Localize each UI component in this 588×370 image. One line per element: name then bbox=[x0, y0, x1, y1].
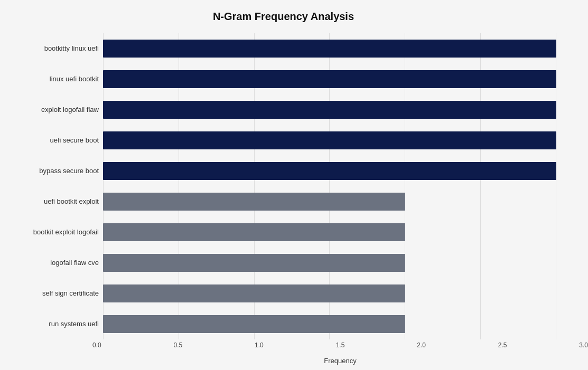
x-tick-label: 0.0 bbox=[92, 341, 101, 349]
bar bbox=[103, 254, 405, 272]
y-axis-label: bootkitty linux uefi bbox=[11, 44, 99, 53]
chart-container: N-Gram Frequency Analysis bootkitty linu… bbox=[0, 0, 588, 370]
bar bbox=[103, 131, 556, 149]
bar bbox=[103, 70, 556, 88]
x-tick-label: 2.5 bbox=[498, 341, 507, 349]
x-tick-label: 2.0 bbox=[417, 341, 426, 349]
bar-row bbox=[103, 100, 556, 120]
bar bbox=[103, 101, 556, 119]
x-tick-label: 1.5 bbox=[336, 341, 345, 349]
y-axis-label: bootkit exploit logofail bbox=[11, 228, 99, 236]
bar-row bbox=[103, 39, 556, 59]
bar bbox=[103, 40, 556, 58]
y-axis-label: self sign certificate bbox=[11, 289, 99, 298]
chart-title: N-Gram Frequency Analysis bbox=[11, 11, 556, 23]
bar-row bbox=[103, 253, 556, 273]
bar-row bbox=[103, 161, 556, 181]
bar bbox=[103, 193, 405, 211]
bar-row bbox=[103, 192, 556, 212]
x-tick-label: 0.5 bbox=[174, 341, 183, 349]
bar bbox=[103, 315, 405, 333]
y-axis-label: exploit logofail flaw bbox=[11, 106, 99, 114]
bar bbox=[103, 162, 556, 180]
bar-row bbox=[103, 130, 556, 150]
bar bbox=[103, 284, 405, 302]
y-axis-label: run systems uefi bbox=[11, 320, 99, 328]
y-axis-label: uefi secure boot bbox=[11, 136, 99, 145]
y-axis-labels: bootkitty linux uefilinux uefi bootkitex… bbox=[11, 33, 103, 339]
y-axis-label: bypass secure boot bbox=[11, 167, 99, 175]
bar-row bbox=[103, 283, 556, 303]
chart-area: bootkitty linux uefilinux uefi bootkitex… bbox=[11, 33, 556, 339]
y-axis-label: linux uefi bootkit bbox=[11, 75, 99, 83]
bar-row bbox=[103, 314, 556, 334]
x-axis: 0.00.51.01.52.02.53.0 bbox=[92, 341, 588, 349]
bar-row bbox=[103, 69, 556, 89]
x-axis-label: Frequency bbox=[92, 357, 588, 365]
x-tick-label: 3.0 bbox=[579, 341, 588, 349]
y-axis-label: logofail flaw cve bbox=[11, 259, 99, 267]
bar-row bbox=[103, 222, 556, 242]
y-axis-label: uefi bootkit exploit bbox=[11, 197, 99, 206]
x-tick-label: 1.0 bbox=[255, 341, 264, 349]
bars-grid bbox=[103, 33, 556, 339]
bar bbox=[103, 223, 405, 241]
